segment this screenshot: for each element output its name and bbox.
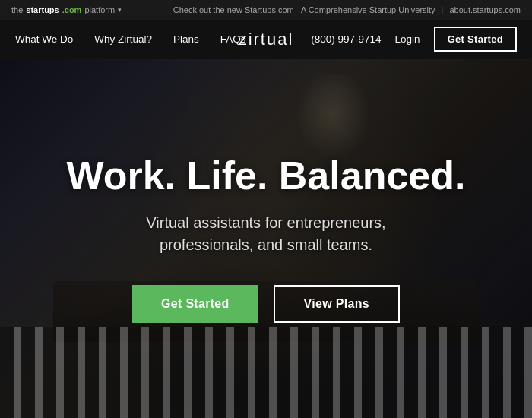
banner-the: the xyxy=(11,5,23,14)
nav-left: What We Do Why Zirtual? Plans FAQs xyxy=(15,33,246,45)
hero-headline: Work. Life. Balanced. xyxy=(67,154,466,198)
hero-content: Work. Life. Balanced. Virtual assistants… xyxy=(36,154,496,322)
hero-subheadline: Virtual assistants for entrepreneurs,pro… xyxy=(67,212,466,256)
nav-right: (800) 997-9714 Login Get Started xyxy=(311,27,517,52)
banner-promo-text: Check out the new Startups.com - A Compr… xyxy=(173,5,435,14)
top-banner-right: Check out the new Startups.com - A Compr… xyxy=(173,5,521,14)
hero-section: Work. Life. Balanced. Virtual assistants… xyxy=(0,59,532,418)
phone-number: (800) 997-9714 xyxy=(311,33,381,45)
top-banner: the startups .com platform ▾ Check out t… xyxy=(0,0,532,20)
hero-get-started-button[interactable]: Get Started xyxy=(132,285,258,323)
banner-com: .com xyxy=(62,5,82,14)
top-banner-left: the startups .com platform ▾ xyxy=(11,5,122,14)
hero-buttons: Get Started View Plans xyxy=(67,285,466,323)
banner-platform: platform xyxy=(84,5,115,14)
nav-item-why-zirtual[interactable]: Why Zirtual? xyxy=(94,33,152,45)
banner-divider: | xyxy=(442,5,444,14)
site-logo[interactable]: zirtual xyxy=(239,30,294,49)
banner-about-link[interactable]: about.startups.com xyxy=(449,5,521,14)
banner-brand: startups xyxy=(26,5,59,14)
nav-item-plans[interactable]: Plans xyxy=(173,33,199,45)
login-link[interactable]: Login xyxy=(395,33,420,45)
navbar: What We Do Why Zirtual? Plans FAQs zirtu… xyxy=(0,20,532,59)
hero-view-plans-button[interactable]: View Plans xyxy=(274,285,400,323)
nav-get-started-button[interactable]: Get Started xyxy=(434,27,517,52)
nav-item-what-we-do[interactable]: What We Do xyxy=(15,33,73,45)
chevron-down-icon[interactable]: ▾ xyxy=(118,6,122,14)
